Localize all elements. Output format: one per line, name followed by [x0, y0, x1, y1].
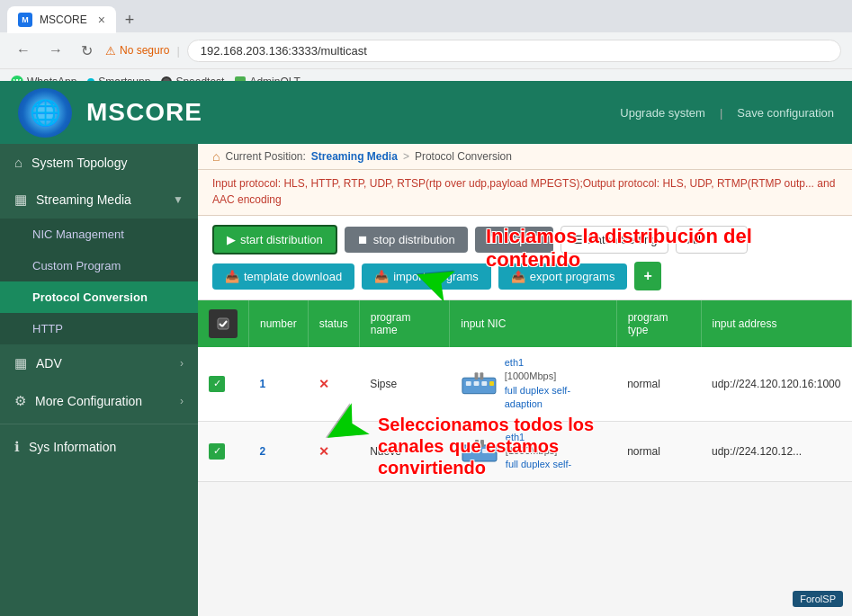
- row-checkbox[interactable]: [209, 443, 225, 460]
- sidebar-submenu-streaming: NIC Management Custom Program Protocol C…: [0, 219, 198, 344]
- sidebar-sub-label: NIC Management: [32, 228, 124, 241]
- nic-speed: [1000Mbps]: [506, 444, 571, 458]
- stop-distribution-button[interactable]: ⏹ stop distribution: [345, 227, 468, 253]
- breadcrumb-section[interactable]: Streaming Media: [311, 150, 398, 163]
- security-badge: ⚠ No seguro: [105, 44, 169, 58]
- btn-label: stop all: [504, 233, 541, 246]
- toolbar-area: ▶ start distribution ⏹ stop distribution…: [198, 216, 852, 300]
- btn-label: start distribution: [240, 233, 323, 246]
- stop-all-button[interactable]: ⏹ stop all: [475, 227, 553, 253]
- header-actions: Upgrade system | Save configuration: [620, 106, 834, 120]
- header-status: status: [308, 300, 359, 347]
- info-icon: ℹ: [14, 439, 20, 455]
- tab-close-button[interactable]: ×: [98, 13, 105, 27]
- download-icon: 📥: [225, 270, 239, 283]
- stop-icon: ⏹: [357, 233, 369, 246]
- app-header: 🌐 MSCORE Upgrade system | Save configura…: [0, 81, 852, 144]
- chevron-right-icon: ›: [180, 395, 184, 407]
- play-icon: ▶: [227, 233, 236, 246]
- sidebar-label: Streaming Media: [36, 192, 131, 207]
- nic-name: eth1: [505, 356, 605, 370]
- export-programs-button[interactable]: 📤 export programs: [498, 263, 628, 290]
- sidebar-item-http[interactable]: HTTP: [0, 313, 198, 344]
- row-checkbox[interactable]: [209, 376, 225, 392]
- status-x-icon: ✕: [318, 444, 329, 459]
- status-x-icon: ✕: [318, 377, 329, 391]
- save-config-link[interactable]: Save configuration: [737, 106, 834, 120]
- header-input-nic: input NIC: [450, 300, 616, 347]
- export-icon: 📤: [511, 270, 525, 283]
- row-status: ✕: [308, 421, 359, 481]
- svg-rect-13: [482, 449, 488, 453]
- list-icon: ☰: [572, 233, 583, 246]
- toolbar-row1: ▶ start distribution ⏹ stop distribution…: [212, 225, 838, 254]
- app-wrapper: 🌐 MSCORE Upgrade system | Save configura…: [0, 81, 852, 616]
- nic-icon: [461, 370, 498, 397]
- template-download-button[interactable]: 📥 template download: [212, 263, 354, 290]
- home-icon: ⌂: [14, 155, 22, 170]
- btn-label: export programs: [530, 270, 615, 283]
- app-title: MSCORE: [86, 98, 202, 127]
- select-all-checkbox[interactable]: [209, 309, 238, 338]
- chevron-down-icon: ▼: [173, 193, 184, 206]
- active-tab[interactable]: M MSCORE ×: [7, 6, 116, 33]
- batch-setting-button[interactable]: ☰ Batch Setting: [561, 226, 668, 254]
- table-header-row: number status program name input NIC pro…: [198, 300, 852, 347]
- row-nic: eth1 [1000Mbps] full duplex self-: [450, 421, 616, 481]
- info-text-bar: Input protocol: HLS, HTTP, RTP, UDP, RTS…: [198, 170, 852, 216]
- tab-favicon: M: [18, 13, 32, 27]
- row-checkbox-cell[interactable]: [198, 347, 249, 421]
- row-checkbox-cell[interactable]: [198, 421, 249, 481]
- sidebar-item-nic-management[interactable]: NIC Management: [0, 219, 198, 250]
- btn-label: Batch Setting: [587, 233, 657, 246]
- new-tab-button[interactable]: +: [118, 7, 142, 33]
- reload-button[interactable]: ↻: [76, 39, 98, 63]
- btn-label: stop distribution: [373, 233, 455, 246]
- sidebar-item-system-topology[interactable]: ⌂ System Topology: [0, 144, 198, 181]
- chevron-right-icon: ›: [180, 357, 184, 370]
- svg-rect-8: [474, 372, 478, 379]
- forward-button[interactable]: →: [43, 39, 68, 62]
- gear-icon: ⚙: [14, 393, 26, 409]
- table-row: 1 ✕ Sipse: [198, 347, 852, 421]
- stop-all-icon: ⏹: [488, 233, 499, 246]
- svg-rect-7: [489, 381, 494, 386]
- svg-rect-14: [490, 449, 495, 453]
- svg-rect-15: [475, 440, 479, 447]
- sidebar-item-adv[interactable]: ▦ ADV ›: [0, 344, 198, 382]
- upgrade-system-link[interactable]: Upgrade system: [620, 106, 705, 120]
- breadcrumb-bar: ⌂ Current Position: Streaming Media > Pr…: [198, 144, 852, 170]
- svg-rect-0: [218, 318, 229, 329]
- header-sep: |: [720, 106, 722, 120]
- add-program-button[interactable]: +: [634, 262, 660, 290]
- nic-duplex: full duplex self-: [506, 458, 571, 471]
- sidebar-item-protocol-conversion[interactable]: Protocol Conversion: [0, 281, 198, 313]
- sidebar-item-custom-program[interactable]: Custom Program: [0, 250, 198, 281]
- tab-bar: M MSCORE × +: [0, 0, 852, 32]
- browser-chrome: M MSCORE × + ← → ↻ ⚠ No seguro | 192.168…: [0, 0, 852, 81]
- filter-select[interactable]: All Normal Error: [676, 226, 748, 254]
- breadcrumb-prefix: Current Position:: [225, 150, 305, 163]
- nic-duplex: full duplex self-adaption: [505, 384, 605, 412]
- grid-icon: ▦: [14, 192, 27, 208]
- row-number: 1: [249, 347, 309, 421]
- header-checkbox-cell[interactable]: [198, 300, 249, 347]
- sidebar-item-streaming-media[interactable]: ▦ Streaming Media ▼: [0, 181, 198, 219]
- sidebar-sub-label: Protocol Conversion: [32, 290, 148, 304]
- back-button[interactable]: ←: [11, 39, 36, 62]
- sidebar-item-sys-information[interactable]: ℹ Sys Information: [0, 428, 198, 466]
- start-distribution-button[interactable]: ▶ start distribution: [212, 225, 337, 254]
- row-nic: eth1 [1000Mbps] full duplex self-adaptio…: [450, 347, 616, 421]
- adv-icon: ▦: [14, 355, 27, 371]
- svg-rect-12: [474, 449, 480, 453]
- import-programs-button[interactable]: 📥 import programs: [362, 263, 491, 290]
- nic-info: eth1 [1000Mbps] full duplex self-: [506, 431, 571, 472]
- nav-bar: ← → ↻ ⚠ No seguro | 192.168.203.136:3333…: [0, 32, 852, 68]
- nic-info: eth1 [1000Mbps] full duplex self-adaptio…: [505, 356, 605, 412]
- sidebar-item-more-configuration[interactable]: ⚙ More Configuration ›: [0, 382, 198, 420]
- address-bar[interactable]: 192.168.203.136:3333/multicast: [187, 40, 841, 62]
- row-program-type: normal: [616, 347, 701, 421]
- forolsp-badge: ForolSP: [793, 591, 843, 607]
- sidebar: ⌂ System Topology ▦ Streaming Media ▼ NI…: [0, 144, 198, 616]
- nic-name: eth1: [506, 431, 571, 444]
